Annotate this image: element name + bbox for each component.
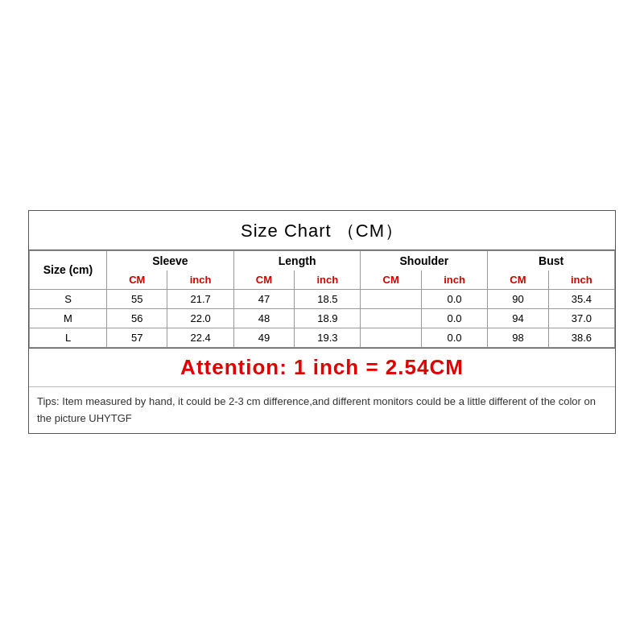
cell-sleeve-cm: 57	[107, 328, 167, 347]
header-shoulder-cm: CM	[361, 270, 421, 290]
cell-size: M	[30, 308, 107, 328]
cell-size: L	[30, 328, 107, 347]
page-wrapper: Size Chart （CM） Size (cm) Sleeve Length …	[0, 0, 644, 644]
header-sleeve: Sleeve	[107, 250, 234, 270]
cell-sleeve-cm: 55	[107, 289, 167, 308]
table-row: M5622.04818.90.09437.0	[30, 308, 615, 328]
header-shoulder-inch: inch	[421, 270, 487, 290]
header-length-inch: inch	[295, 270, 361, 290]
cell-length-inch: 18.9	[295, 308, 361, 328]
cell-length-cm: 47	[233, 289, 294, 308]
chart-container: Size Chart （CM） Size (cm) Sleeve Length …	[28, 210, 616, 435]
cell-sleeve-cm: 56	[107, 308, 167, 328]
header-sleeve-inch: inch	[167, 270, 233, 290]
cell-length-inch: 18.5	[295, 289, 361, 308]
header-bust: Bust	[488, 250, 615, 270]
cell-shoulder-cm	[361, 328, 421, 347]
tips-text: Tips: Item measured by hand, it could be…	[29, 387, 615, 434]
header-size: Size (cm)	[30, 250, 107, 289]
attention-text: Attention: 1 inch = 2.54CM	[29, 348, 615, 387]
cell-length-cm: 48	[233, 308, 294, 328]
cell-size: S	[30, 289, 107, 308]
cell-bust-inch: 38.6	[548, 328, 614, 347]
cell-bust-cm: 98	[488, 328, 548, 347]
cell-length-inch: 19.3	[295, 328, 361, 347]
cell-bust-cm: 94	[488, 308, 548, 328]
cell-sleeve-inch: 22.4	[167, 328, 233, 347]
cell-sleeve-inch: 21.7	[167, 289, 233, 308]
cell-shoulder-inch: 0.0	[421, 289, 487, 308]
chart-title: Size Chart （CM）	[29, 211, 615, 250]
cell-bust-cm: 90	[488, 289, 548, 308]
header-length: Length	[233, 250, 361, 270]
header-bust-cm: CM	[488, 270, 548, 290]
cell-shoulder-inch: 0.0	[421, 308, 487, 328]
cell-length-cm: 49	[233, 328, 294, 347]
header-shoulder: Shoulder	[361, 250, 488, 270]
cell-bust-inch: 35.4	[548, 289, 614, 308]
size-table: Size (cm) Sleeve Length Shoulder Bust CM…	[29, 250, 615, 348]
cell-sleeve-inch: 22.0	[167, 308, 233, 328]
cell-bust-inch: 37.0	[548, 308, 614, 328]
header-bust-inch: inch	[548, 270, 614, 290]
header-length-cm: CM	[233, 270, 294, 290]
header-sleeve-cm: CM	[107, 270, 167, 290]
table-row: S5521.74718.50.09035.4	[30, 289, 615, 308]
cell-shoulder-cm	[361, 308, 421, 328]
cell-shoulder-cm	[361, 289, 421, 308]
table-row: L5722.44919.30.09838.6	[30, 328, 615, 347]
cell-shoulder-inch: 0.0	[421, 328, 487, 347]
